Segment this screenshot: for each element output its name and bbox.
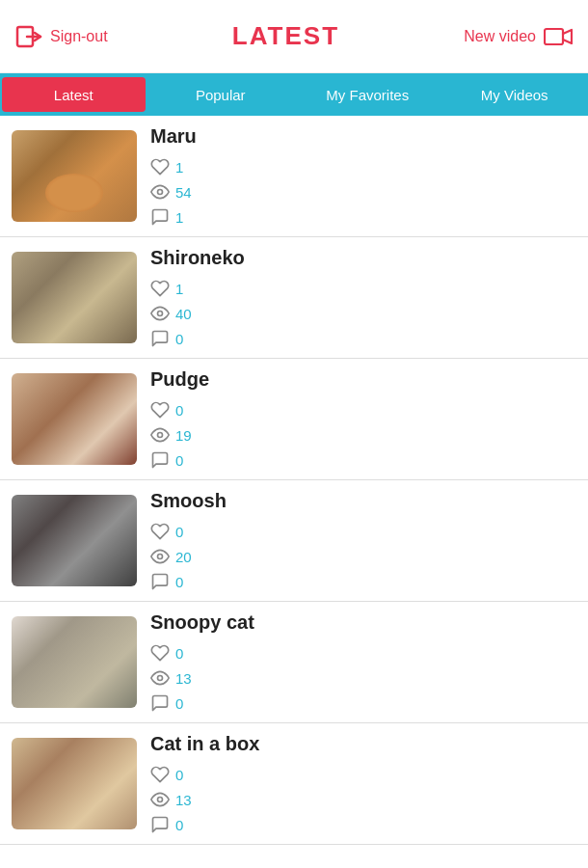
svg-point-8 [158,798,163,802]
svg-point-4 [158,312,163,316]
eye-icon [150,668,170,688]
new-video-button[interactable]: New video [464,26,573,47]
video-list: Maru 1 54 1 [0,116,588,845]
views-row-cat-in-a-box: 13 [150,790,576,809]
sign-out-icon [15,23,42,50]
likes-count-snoopy-cat: 0 [175,645,183,662]
views-count-maru: 54 [175,184,192,201]
video-thumbnail-shironeko [12,252,137,343]
comment-icon [150,450,170,470]
tab-latest[interactable]: Latest [2,77,146,112]
video-info-maru: Maru 1 54 1 [150,125,576,227]
video-thumbnail-maru [12,130,137,222]
video-title-snoopy-cat: Snoopy cat [150,611,576,634]
likes-count-pudge: 0 [175,402,183,419]
comments-row-cat-in-a-box: 0 [150,815,576,834]
comment-icon [150,329,170,348]
views-row-smoosh: 20 [150,547,576,566]
video-thumbnail-snoopy-cat [12,616,137,708]
video-title-maru: Maru [150,125,576,148]
views-row-pudge: 19 [150,425,576,445]
eye-icon [150,182,170,202]
video-thumbnail-smoosh [12,495,137,586]
sign-out-button[interactable]: Sign-out [15,23,108,50]
views-count-smoosh: 20 [175,549,192,565]
video-item-maru[interactable]: Maru 1 54 1 [0,116,588,237]
new-video-label: New video [464,28,536,45]
comments-count-snoopy-cat: 0 [175,695,183,712]
tab-my-videos[interactable]: My Videos [443,77,587,112]
video-item-snoopy-cat[interactable]: Snoopy cat 0 13 0 [0,602,588,723]
likes-row-pudge: 0 [150,400,576,420]
video-info-shironeko: Shironeko 1 40 0 [150,247,576,348]
views-row-shironeko: 40 [150,304,576,323]
sign-out-label: Sign-out [50,28,108,45]
views-count-cat-in-a-box: 13 [175,792,192,808]
eye-icon [150,547,170,566]
likes-row-smoosh: 0 [150,522,576,541]
svg-point-5 [158,433,163,438]
video-title-smoosh: Smoosh [150,490,576,512]
video-thumbnail-cat-in-a-box [12,738,137,829]
views-count-shironeko: 40 [175,306,192,322]
video-camera-icon [544,26,573,47]
svg-point-3 [158,190,163,195]
heart-icon [150,765,170,784]
video-item-pudge[interactable]: Pudge 0 19 0 [0,359,588,480]
comments-count-cat-in-a-box: 0 [175,817,183,833]
comments-count-smoosh: 0 [175,574,183,590]
comments-count-maru: 1 [175,209,183,226]
video-info-smoosh: Smoosh 0 20 0 [150,490,576,591]
comments-row-smoosh: 0 [150,572,576,591]
app-header: Sign-out LATEST New video [0,0,588,73]
video-title-cat-in-a-box: Cat in a box [150,733,576,755]
video-info-snoopy-cat: Snoopy cat 0 13 0 [150,611,576,713]
likes-count-shironeko: 1 [175,281,183,297]
eye-icon [150,790,170,809]
video-title-shironeko: Shironeko [150,247,576,269]
comment-icon [150,815,170,834]
video-item-cat-in-a-box[interactable]: Cat in a box 0 13 0 [0,723,588,845]
tab-bar: Latest Popular My Favorites My Videos [0,73,588,116]
comment-icon [150,572,170,591]
comments-row-pudge: 0 [150,450,576,470]
likes-count-maru: 1 [175,159,183,176]
page-title: LATEST [232,21,339,51]
eye-icon [150,304,170,323]
comments-count-shironeko: 0 [175,331,183,347]
likes-row-snoopy-cat: 0 [150,643,576,663]
likes-count-cat-in-a-box: 0 [175,767,183,783]
video-title-pudge: Pudge [150,368,576,391]
video-item-smoosh[interactable]: Smoosh 0 20 0 [0,480,588,602]
heart-icon [150,522,170,541]
likes-count-smoosh: 0 [175,524,183,540]
likes-row-maru: 1 [150,157,576,176]
eye-icon [150,425,170,445]
views-count-pudge: 19 [175,427,192,444]
video-info-pudge: Pudge 0 19 0 [150,368,576,470]
tab-my-favorites[interactable]: My Favorites [296,77,440,112]
svg-rect-2 [545,29,563,44]
comments-row-snoopy-cat: 0 [150,693,576,713]
tab-popular[interactable]: Popular [149,77,293,112]
heart-icon [150,157,170,176]
svg-point-6 [158,555,163,559]
views-row-maru: 54 [150,182,576,202]
heart-icon [150,643,170,663]
comments-row-maru: 1 [150,207,576,227]
video-item-shironeko[interactable]: Shironeko 1 40 0 [0,237,588,359]
heart-icon [150,279,170,298]
comment-icon [150,207,170,227]
comments-row-shironeko: 0 [150,329,576,348]
views-count-snoopy-cat: 13 [175,670,192,687]
video-info-cat-in-a-box: Cat in a box 0 13 0 [150,733,576,834]
svg-point-7 [158,676,163,681]
video-thumbnail-pudge [12,373,137,465]
likes-row-shironeko: 1 [150,279,576,298]
heart-icon [150,400,170,420]
comment-icon [150,693,170,713]
likes-row-cat-in-a-box: 0 [150,765,576,784]
comments-count-pudge: 0 [175,452,183,469]
views-row-snoopy-cat: 13 [150,668,576,688]
